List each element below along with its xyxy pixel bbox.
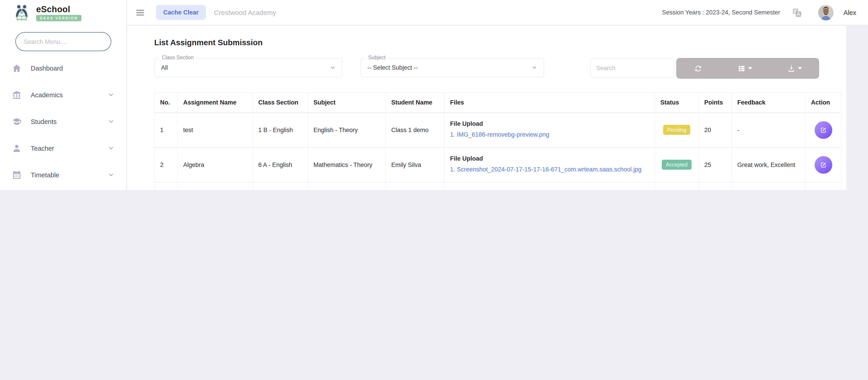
cell-no: 3	[154, 183, 178, 190]
cell-class-section: 1 B - English	[253, 113, 308, 148]
user-icon	[12, 143, 22, 153]
column-header-feedback: Feedback	[732, 92, 806, 113]
avatar[interactable]	[818, 5, 834, 20]
caret-down-icon	[798, 67, 802, 70]
chevron-down-icon	[531, 65, 537, 70]
class-section-value: All	[161, 64, 168, 71]
caret-down-icon	[748, 67, 752, 70]
columns-icon	[737, 64, 746, 73]
class-section-select[interactable]: Class Section All	[154, 58, 342, 77]
table-row: 2Algebra6 A - EnglishMathematics - Theor…	[154, 148, 841, 183]
refresh-icon	[694, 64, 702, 73]
sidebar-item-dashboard[interactable]: Dashboard	[0, 55, 126, 82]
cell-status: Pending	[655, 113, 699, 148]
cell-feedback: Great work, Excellent	[732, 148, 806, 183]
cell-class-section: 6 A - English	[253, 183, 308, 190]
status-badge: Accepted	[662, 160, 691, 170]
sidebar-item-students[interactable]: Students	[0, 108, 126, 135]
chevron-down-icon	[107, 118, 115, 125]
assignment-submission-table: No.Assignment NameClass SectionSubjectSt…	[154, 92, 841, 190]
edit-button[interactable]	[814, 121, 832, 139]
column-header-no: No.	[154, 92, 178, 113]
cell-action	[806, 113, 841, 148]
sidebar-item-label: Teacher	[31, 145, 54, 152]
table-toolbar	[676, 58, 819, 79]
cell-files: File Upload1. Screenshot_2024-07-17-15-1…	[445, 183, 655, 190]
table-row: 1test1 B - EnglishEnglish - TheoryClass …	[154, 113, 841, 148]
eschool-logo-icon	[12, 4, 32, 22]
chevron-down-icon	[107, 145, 115, 152]
table-search-input[interactable]	[590, 58, 675, 78]
page-title: List Assignment Submission	[154, 38, 846, 48]
chevron-down-icon	[107, 91, 115, 98]
cell-points: 25	[699, 148, 732, 183]
export-button[interactable]	[785, 62, 804, 74]
brand-name: eSchool	[36, 5, 70, 13]
cache-clear-button[interactable]: Cache Clear	[156, 5, 206, 20]
file-link[interactable]: 1. IMG_6186-removebg-preview.png	[450, 130, 649, 140]
graduation-cap-icon	[12, 117, 22, 126]
sidebar-item-teacher[interactable]: Teacher	[0, 135, 126, 161]
bank-icon	[12, 90, 22, 100]
sidebar-menu: DashboardAcademicsStudentsTeacherTimetab…	[0, 55, 126, 190]
download-icon	[787, 64, 796, 73]
table-row: 3Descriptive Writing6 A - EnglishEnglish…	[154, 183, 841, 190]
cell-files: File Upload1. IMG_6186-removebg-preview.…	[445, 113, 655, 148]
cell-assignment-name: Descriptive Writing	[178, 183, 253, 190]
file-upload-label: File Upload	[450, 190, 649, 190]
cell-subject: Mathematics - Theory	[308, 148, 386, 183]
school-name: Crestwood Academy	[214, 9, 276, 16]
filters-bar: Class Section All Subject -- Select Subj…	[154, 58, 819, 79]
cell-action	[806, 148, 841, 183]
table-header-row: No.Assignment NameClass SectionSubjectSt…	[154, 92, 841, 113]
class-section-label: Class Section	[159, 55, 196, 60]
hamburger-menu-icon[interactable]	[135, 7, 145, 18]
sidebar-item-label: Dashboard	[31, 64, 63, 72]
sidebar-item-label: Timetable	[31, 171, 59, 179]
calendar-icon	[12, 170, 22, 180]
cell-no: 2	[154, 148, 178, 183]
column-header-assignment-name: Assignment Name	[178, 92, 253, 113]
header: Cache Clear Crestwood Academy Session Ye…	[127, 0, 868, 25]
cell-subject: English - Theory	[308, 113, 386, 148]
sidebar-item-academics[interactable]: Academics	[0, 82, 126, 108]
refresh-button[interactable]	[692, 62, 704, 74]
cell-no: 1	[154, 113, 178, 148]
columns-button[interactable]	[735, 62, 754, 74]
session-years: Session Years : 2023-24, Second Semester	[662, 9, 780, 16]
subject-label: Subject	[366, 55, 388, 60]
status-badge: Pending	[663, 125, 690, 135]
cell-assignment-name: Algebra	[178, 148, 253, 183]
cell-action	[806, 183, 841, 190]
translate-icon[interactable]	[792, 7, 802, 18]
column-header-class-section: Class Section	[253, 92, 308, 113]
chevron-down-icon	[107, 171, 115, 178]
sidebar-item-holiday-list[interactable]: Holiday List	[0, 188, 126, 190]
menu-search-input[interactable]	[15, 32, 111, 51]
edit-button[interactable]	[814, 156, 832, 174]
sidebar: eSchool SAAS VERSION DashboardAcademicsS…	[0, 0, 127, 190]
chevron-down-icon	[330, 65, 336, 70]
file-upload-label: File Upload	[450, 155, 649, 162]
cell-feedback: -	[732, 183, 806, 190]
cell-student-name: Class 1 demo	[386, 113, 445, 148]
cell-assignment-name: test	[178, 113, 253, 148]
home-icon	[12, 63, 22, 73]
user-name[interactable]: Alex	[844, 9, 856, 16]
content-area: List Assignment Submission Class Section…	[127, 26, 868, 190]
cell-class-section: 6 A - English	[253, 148, 308, 183]
cell-student-name: Emily Silva	[386, 183, 445, 190]
cell-student-name: Emily Silva	[386, 148, 445, 183]
sidebar-item-label: Students	[31, 118, 57, 125]
cell-points: 20	[699, 183, 732, 190]
file-link[interactable]: 1. Screenshot_2024-07-17-15-17-16-671_co…	[450, 165, 649, 175]
file-upload-label: File Upload	[450, 120, 649, 127]
content-panel: List Assignment Submission Class Section…	[127, 26, 846, 190]
table-body: 1test1 B - EnglishEnglish - TheoryClass …	[154, 113, 841, 190]
column-header-status: Status	[655, 92, 699, 113]
column-header-files: Files	[445, 92, 655, 113]
column-header-action: Action	[806, 92, 841, 113]
column-header-subject: Subject	[308, 92, 386, 113]
subject-select[interactable]: Subject -- Select Subject --	[361, 58, 544, 77]
sidebar-item-timetable[interactable]: Timetable	[0, 161, 126, 188]
